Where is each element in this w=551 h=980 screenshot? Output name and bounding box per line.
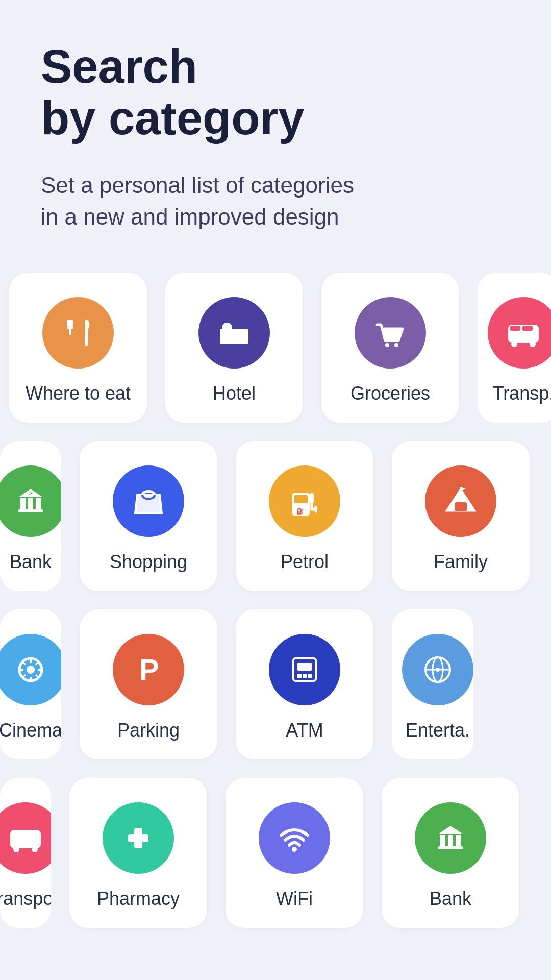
svg-rect-18 (20, 498, 26, 509)
subtitle-line2: in a new and improved design (41, 204, 339, 229)
title-line1: Search (41, 40, 197, 92)
svg-line-40 (22, 662, 26, 665)
header: Search by category Set a personal list o… (0, 0, 551, 263)
category-transport2-partial[interactable]: Transport (0, 778, 51, 928)
category-transport-partial[interactable]: Transp. (478, 273, 551, 423)
bank-icon: $ (0, 465, 61, 537)
atm-label: ATM (286, 720, 323, 741)
svg-rect-15 (522, 326, 533, 331)
category-bank-partial[interactable]: $ Bank (0, 441, 61, 591)
category-where-to-eat[interactable]: Where to eat (9, 273, 147, 423)
svg-rect-60 (128, 834, 148, 842)
svg-rect-64 (456, 835, 461, 846)
svg-text:$: $ (29, 491, 32, 498)
category-row-2: $ Bank Shopping (0, 432, 551, 600)
svg-rect-48 (303, 674, 307, 678)
category-row-3: Cinema P Parking A (0, 600, 551, 769)
svg-rect-54 (10, 830, 41, 848)
petrol-label: Petrol (281, 551, 329, 573)
svg-rect-3 (67, 327, 73, 329)
subtitle-line1: Set a personal list of categories (41, 173, 354, 198)
groceries-label: Groceries (350, 383, 430, 404)
svg-rect-14 (510, 326, 520, 331)
where-to-eat-label: Where to eat (26, 383, 131, 404)
svg-rect-47 (297, 674, 302, 678)
svg-marker-33 (461, 487, 466, 491)
svg-point-57 (32, 846, 38, 852)
category-wifi[interactable]: WiFi (226, 778, 363, 928)
transport2-partial-label: Transport (0, 888, 51, 910)
svg-point-10 (394, 343, 398, 347)
transport-icon (488, 297, 551, 369)
category-cinema-partial[interactable]: Cinema (0, 609, 61, 760)
svg-text:⛽: ⛽ (296, 507, 304, 515)
svg-rect-63 (448, 835, 453, 846)
family-label: Family (434, 551, 488, 573)
svg-rect-65 (438, 846, 463, 849)
category-bank2[interactable]: Bank (382, 778, 519, 928)
entertainment-icon (402, 634, 473, 705)
svg-point-17 (530, 341, 536, 347)
category-parking[interactable]: P Parking (80, 609, 217, 760)
svg-rect-21 (18, 509, 43, 512)
svg-point-53 (436, 668, 440, 672)
svg-rect-8 (223, 326, 231, 328)
transport2-icon (0, 802, 51, 874)
category-shopping[interactable]: Shopping (80, 441, 217, 591)
bank2-label: Bank (430, 888, 471, 910)
category-row-4: Transport Pharmacy (0, 769, 551, 937)
family-icon (425, 465, 496, 537)
svg-text:P: P (139, 653, 159, 686)
svg-rect-1 (67, 320, 69, 327)
svg-rect-19 (28, 498, 33, 509)
page-subtitle: Set a personal list of categories in a n… (41, 169, 510, 232)
category-petrol[interactable]: ⛽ Petrol (236, 441, 373, 591)
svg-rect-62 (440, 835, 445, 846)
cinema-partial-label: Cinema (0, 720, 61, 741)
category-family[interactable]: Family (392, 441, 530, 591)
svg-point-35 (27, 666, 35, 674)
parking-label: Parking (117, 720, 180, 741)
svg-line-43 (22, 675, 26, 678)
bank-partial-label: Bank (10, 551, 52, 573)
svg-rect-26 (310, 493, 314, 503)
svg-rect-25 (294, 495, 308, 503)
parking-icon: P (113, 634, 184, 705)
svg-rect-31 (455, 502, 467, 511)
svg-line-41 (36, 675, 39, 678)
svg-point-61 (292, 847, 297, 852)
svg-rect-46 (297, 663, 312, 671)
svg-rect-4 (85, 320, 88, 346)
svg-rect-55 (10, 834, 41, 836)
wifi-label: WiFi (276, 888, 313, 910)
pharmacy-label: Pharmacy (97, 888, 180, 910)
category-groceries[interactable]: Groceries (321, 273, 459, 423)
hotel-label: Hotel (213, 383, 256, 404)
category-atm[interactable]: ATM (236, 609, 373, 760)
svg-rect-2 (71, 320, 73, 327)
svg-point-16 (511, 341, 517, 347)
svg-point-9 (385, 343, 389, 347)
svg-point-56 (13, 846, 19, 852)
groceries-icon (355, 297, 426, 369)
petrol-icon: ⛽ (269, 465, 340, 537)
category-pharmacy[interactable]: Pharmacy (69, 778, 207, 928)
transport-label: Transp. (493, 383, 551, 404)
shopping-label: Shopping (110, 551, 187, 573)
pharmacy-icon (103, 802, 174, 874)
svg-line-42 (36, 662, 39, 665)
category-entertainment-partial[interactable]: Enterta. (392, 609, 473, 760)
bank2-icon (415, 802, 486, 874)
title-line2: by category (41, 92, 304, 144)
svg-rect-20 (36, 498, 41, 509)
svg-rect-49 (308, 674, 312, 678)
wifi-icon (259, 802, 330, 874)
page-title: Search by category (41, 41, 510, 144)
hotel-icon (198, 297, 270, 369)
category-hotel[interactable]: Hotel (165, 273, 303, 423)
shopping-icon (113, 465, 184, 537)
category-row-1: Where to eat Hotel (0, 263, 551, 432)
where-to-eat-icon (42, 297, 114, 369)
category-grid: Where to eat Hotel (0, 263, 551, 937)
entertainment-partial-label: Enterta. (406, 720, 470, 741)
